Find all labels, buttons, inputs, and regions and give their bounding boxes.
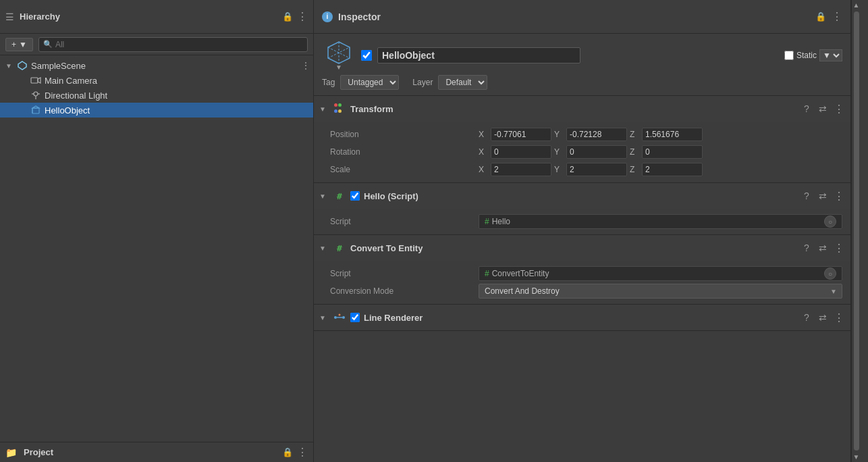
inspector-scrollbar[interactable]: ▲ ▼: [851, 0, 861, 462]
static-checkbox[interactable]: [784, 51, 794, 60]
conversion-mode-row: Conversion Mode Convert And Destroy Conv…: [314, 282, 850, 300]
line-renderer-more-button[interactable]: ⋮: [833, 311, 845, 324]
position-x-input[interactable]: [491, 128, 551, 141]
project-menu-icon[interactable]: ⋮: [297, 446, 308, 459]
convert-arrow: ▼: [319, 245, 329, 252]
rotation-values: X Y Z: [479, 145, 842, 159]
convert-script-value: # ConvertToEntity ○: [479, 266, 842, 281]
scale-z-input[interactable]: [642, 163, 703, 176]
transform-arrow: ▼: [319, 105, 329, 113]
inspector-info-icon: i: [322, 11, 333, 22]
position-values: X Y Z: [479, 128, 842, 141]
svg-point-15: [342, 316, 345, 319]
hierarchy-menu-icon[interactable]: ⋮: [297, 10, 308, 23]
convert-to-entity-body: Script # ConvertToEntity ○ Conversion Mo…: [314, 261, 850, 304]
conversion-mode-select[interactable]: Convert And Destroy Convert And Inject E…: [479, 284, 842, 299]
convert-script-target-button[interactable]: ○: [824, 267, 836, 280]
scale-x-group: X: [479, 163, 551, 176]
position-z-input[interactable]: [642, 128, 703, 141]
scroll-up-arrow[interactable]: ▲: [853, 1, 860, 9]
hello-script-settings-button[interactable]: ⇄: [817, 190, 829, 202]
line-renderer-svg: [333, 311, 346, 324]
transform-help-button[interactable]: ?: [801, 103, 813, 115]
hierarchy-header-actions: 🔒 ⋮: [282, 10, 308, 23]
tree-item-light[interactable]: ▶ Directional Light: [0, 88, 313, 103]
hello-script-help-button[interactable]: ?: [801, 190, 813, 202]
project-lock-icon[interactable]: 🔒: [282, 447, 293, 457]
rotation-y-label: Y: [554, 147, 565, 157]
rotation-z-input[interactable]: [642, 145, 703, 159]
static-dropdown[interactable]: ▼: [819, 49, 842, 61]
tag-label: Tag: [322, 78, 335, 87]
scene-dots[interactable]: ⋮: [301, 60, 310, 71]
rotation-x-label: X: [479, 147, 489, 157]
position-row: Position X Y Z: [314, 126, 850, 143]
hello-script-more-button[interactable]: ⋮: [833, 190, 845, 202]
convert-help-button[interactable]: ?: [801, 242, 813, 254]
line-renderer-help-button[interactable]: ?: [801, 311, 813, 324]
hello-script-label: Script: [330, 217, 479, 226]
tree-item-camera[interactable]: ▶ Main Camera: [0, 73, 313, 88]
search-input[interactable]: [55, 40, 303, 49]
inspector-lock-icon[interactable]: 🔒: [815, 11, 826, 22]
object-active-checkbox[interactable]: [361, 50, 372, 61]
tree-item-scene[interactable]: ▼ SampleScene ⋮: [0, 58, 313, 73]
layer-select[interactable]: Default: [438, 75, 487, 90]
inspector-menu-icon[interactable]: ⋮: [832, 10, 842, 23]
line-renderer-checkbox[interactable]: [350, 313, 360, 322]
search-icon: 🔍: [43, 40, 53, 49]
hello-script-body: Script # Hello ○: [314, 209, 850, 234]
hierarchy-header: ☰ Hierarchy 🔒 ⋮: [0, 0, 313, 34]
line-renderer-header[interactable]: ▼ Line Renderer ? ⇄ ⋮: [314, 305, 850, 330]
inspector-title: Inspector: [338, 11, 381, 22]
scale-y-group: Y: [554, 163, 627, 176]
position-z-group: Z: [630, 128, 703, 141]
folder-icon: 📁: [5, 447, 17, 458]
position-y-input[interactable]: [566, 128, 627, 141]
hello-script-checkbox[interactable]: [350, 191, 360, 201]
transform-more-button[interactable]: ⋮: [833, 103, 845, 115]
hello-script-target-button[interactable]: ○: [824, 215, 836, 228]
convert-settings-button[interactable]: ⇄: [817, 242, 829, 254]
scale-row: Scale X Y Z: [314, 161, 850, 178]
svg-rect-7: [32, 108, 39, 113]
cube-arrow[interactable]: ▼: [335, 63, 342, 71]
hello-script-header[interactable]: ▼ # Hello (Script) ? ⇄ ⋮: [314, 183, 850, 209]
search-box[interactable]: 🔍: [38, 37, 308, 52]
hello-script-name: Hello: [492, 217, 510, 226]
hello-script-value: # Hello ○: [479, 214, 842, 229]
transform-header[interactable]: ▼ Transform ? ⇄ ⋮: [314, 96, 850, 122]
add-button[interactable]: + ▼: [5, 38, 33, 51]
object-header-bottom: Tag Untagged Layer Default: [322, 75, 842, 90]
convert-script-name: ConvertToEntity: [492, 269, 549, 278]
hello-script-title: Hello (Script): [364, 191, 796, 201]
convert-hash-icon: #: [485, 269, 489, 278]
scroll-thumb[interactable]: [854, 11, 859, 451]
hierarchy-lock-icon[interactable]: 🔒: [282, 11, 293, 22]
rotation-z-group: Z: [630, 145, 703, 159]
scale-z-label: Z: [630, 165, 641, 174]
scale-x-input[interactable]: [491, 163, 551, 176]
transform-body: Position X Y Z: [314, 122, 850, 182]
transform-settings-button[interactable]: ⇄: [817, 103, 829, 115]
scale-y-input[interactable]: [566, 163, 627, 176]
rotation-y-input[interactable]: [566, 145, 627, 159]
scale-label: Scale: [330, 165, 479, 174]
rotation-x-input[interactable]: [491, 145, 551, 159]
convert-to-entity-header[interactable]: ▼ # Convert To Entity ? ⇄ ⋮: [314, 235, 850, 261]
hello-script-row: Script # Hello ○: [314, 213, 850, 230]
hierarchy-tree: ▼ SampleScene ⋮ ▶ Main Camera ▶: [0, 55, 313, 442]
tag-select[interactable]: Untagged: [340, 75, 399, 90]
svg-marker-0: [18, 61, 26, 70]
helloobject-label: HelloObject: [45, 105, 90, 116]
object-3d-icon-area: ▼: [322, 39, 356, 71]
line-renderer-settings-button[interactable]: ⇄: [817, 311, 829, 324]
convert-script-icon: #: [333, 241, 346, 255]
scene-icon: [16, 59, 28, 72]
scroll-down-arrow[interactable]: ▼: [853, 453, 860, 461]
hierarchy-title: Hierarchy: [20, 11, 277, 22]
bottom-bar: 📁 Project 🔒 ⋮: [0, 442, 313, 462]
convert-more-button[interactable]: ⋮: [833, 242, 845, 254]
object-name-input[interactable]: [377, 47, 580, 63]
tree-item-helloobject[interactable]: ▶ HelloObject: [0, 103, 313, 118]
